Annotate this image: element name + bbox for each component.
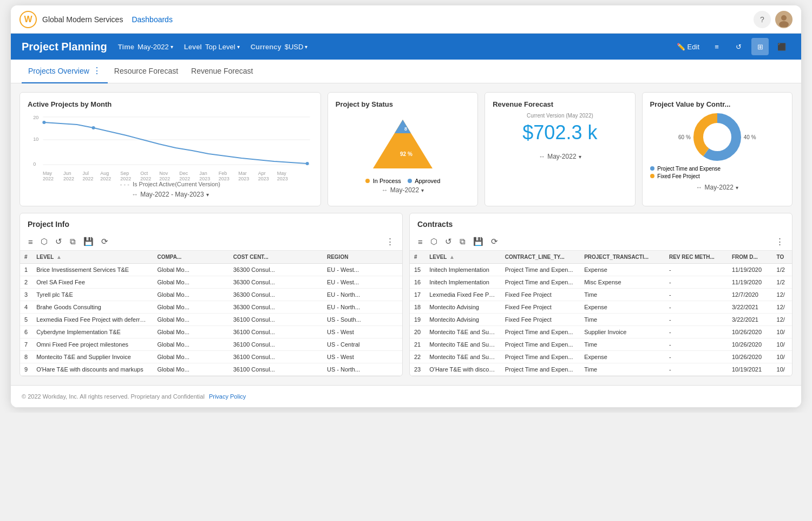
col-cost-center[interactable]: COST CENT... <box>229 251 323 264</box>
table-row[interactable]: 9O'Hare T&E with discounts and markupsGl… <box>20 363 402 376</box>
copy-toolbar-icon[interactable]: ⧉ <box>68 235 77 248</box>
copy-contracts-icon[interactable]: ⧉ <box>458 235 467 248</box>
refresh-toolbar-icon[interactable]: ↺ <box>54 235 64 248</box>
filter-contracts-icon[interactable]: ≡ <box>416 236 424 248</box>
tab-projects-overview[interactable]: Projects Overview ⋮ <box>22 60 108 83</box>
svg-point-1 <box>781 15 787 21</box>
save-toolbar-icon[interactable]: 💾 <box>82 235 95 248</box>
table-cell: 17 <box>410 289 425 301</box>
col-level-c[interactable]: LEVEL ▲ <box>425 251 500 264</box>
col-company[interactable]: COMPA... <box>153 251 229 264</box>
table-cell: 2 <box>20 276 32 289</box>
tab-options-icon[interactable]: ⋮ <box>93 66 101 76</box>
col-contract-type[interactable]: CONTRACT_LINE_TY... <box>501 251 580 264</box>
table-row[interactable]: 2Orel SA Fixed FeeGlobal Mo...36300 Cons… <box>20 276 402 289</box>
table-cell: Expense <box>580 301 665 314</box>
table-cell: 3/22/2021 <box>728 301 772 314</box>
table-row[interactable]: 18Montecito AdvisingFixed Fee ProjectExp… <box>410 301 792 314</box>
svg-point-9 <box>42 121 45 124</box>
grid-icon-btn[interactable]: ⊞ <box>751 38 769 55</box>
dashboards-link[interactable]: Dashboards <box>132 15 173 24</box>
svg-point-10 <box>92 126 95 129</box>
currency-value[interactable]: $USD ▾ <box>285 43 308 51</box>
legend-time-expense: Project Time and Expense <box>650 166 784 172</box>
tab-resource-forecast[interactable]: Resource Forecast <box>108 60 185 83</box>
table-row[interactable]: 7Omni Fixed Fee project milestonesGlobal… <box>20 338 402 351</box>
line-chart: 20 10 0 <box>28 113 313 178</box>
in-process-legend: In Process <box>365 178 401 184</box>
table-cell: 10/ <box>772 351 792 363</box>
table-row[interactable]: 21Montecito T&E and Supplier InvoiceProj… <box>410 338 792 351</box>
level-value[interactable]: Top Level ▾ <box>205 43 240 51</box>
table-row[interactable]: 6Cyberdyne Implementation T&EGlobal Mo..… <box>20 326 402 338</box>
tab-revenue-forecast[interactable]: Revenue Forecast <box>185 60 259 83</box>
x-label-9: Jan 2023 <box>199 171 219 181</box>
table-cell: Fixed Fee Project <box>501 301 580 314</box>
refresh-icon-btn[interactable]: ↺ <box>730 38 747 55</box>
table-cell: - <box>665 338 728 351</box>
active-projects-date-range[interactable]: ↔ May-2022 - May-2023 ▾ <box>28 191 313 198</box>
table-cell: O'Hare T&E with discounts and markups <box>32 363 153 376</box>
table-row[interactable]: 23O'Hare T&E with discounts and markupsP… <box>410 363 792 376</box>
col-to-date[interactable]: TO <box>772 251 792 264</box>
contracts-tbody: 15Initech ImplementationProject Time and… <box>410 264 792 376</box>
donut-chart <box>693 113 742 161</box>
revenue-date-range[interactable]: ↔ May-2022 ▾ <box>493 153 627 160</box>
table-row[interactable]: 5Lexmedia Fixed Fee Project with deferre… <box>20 314 402 326</box>
export-contracts-icon[interactable]: ⬡ <box>429 235 439 248</box>
time-value[interactable]: May-2022 ▾ <box>137 43 173 51</box>
col-region[interactable]: REGION <box>323 251 402 264</box>
footer-privacy-link[interactable]: Privacy Policy <box>209 393 246 400</box>
col-from-date[interactable]: FROM D... <box>728 251 772 264</box>
more-toolbar-icon[interactable]: ⋮ <box>384 235 396 248</box>
save-contracts-icon[interactable]: 💾 <box>472 235 485 248</box>
tab-projects-overview-label: Projects Overview <box>28 67 89 75</box>
status-legend: In Process Approved <box>365 178 441 184</box>
col-rev-rec[interactable]: REV REC METH... <box>665 251 728 264</box>
col-project-trans[interactable]: PROJECT_TRANSACTI... <box>580 251 665 264</box>
project-status-date-range[interactable]: ↔ May-2022 ▾ <box>336 186 470 194</box>
filter-icon-btn[interactable]: ≡ <box>708 38 725 55</box>
table-row[interactable]: 16Initech ImplementationProject Time and… <box>410 276 792 289</box>
user-avatar[interactable] <box>775 11 793 28</box>
refresh-contracts-icon[interactable]: ↺ <box>443 235 454 248</box>
table-cell: Time <box>580 314 665 326</box>
video-icon-btn[interactable]: ⬛ <box>773 38 790 55</box>
table-cell: Cyberdyne Implementation T&E <box>32 326 153 338</box>
revenue-forecast-title: Revenue Forecast <box>493 100 627 108</box>
project-info-toolbar: ≡ ⬡ ↺ ⧉ 💾 ⟳ ⋮ <box>20 233 402 251</box>
table-row[interactable]: 20Montecito T&E and Supplier InvoiceProj… <box>410 326 792 338</box>
project-value-date-range[interactable]: ↔ May-2022 ▾ <box>650 184 784 191</box>
table-cell: Project Time and Expen... <box>501 276 580 289</box>
status-chart: 8 % 92 % In Process Approved <box>336 113 470 184</box>
contracts-header: Contracts <box>410 213 792 233</box>
table-row[interactable]: 4Brahe Goods ConsultingGlobal Mo...36300… <box>20 301 402 314</box>
col-level[interactable]: LEVEL ▲ <box>32 251 153 264</box>
table-row[interactable]: 15Initech ImplementationProject Time and… <box>410 264 792 276</box>
table-cell: 8 <box>20 351 32 363</box>
table-cell: EU - West... <box>323 276 402 289</box>
more-contracts-icon[interactable]: ⋮ <box>774 235 785 248</box>
table-row[interactable]: 22Montecito T&E and Supplier InvoiceProj… <box>410 351 792 363</box>
contracts-card: Contracts ≡ ⬡ ↺ ⧉ 💾 ⟳ ⋮ # LEVEL ▲ <box>409 213 793 376</box>
table-cell: US - West <box>323 326 402 338</box>
table-cell: Montecito T&E and Supplier Invoice <box>425 351 500 363</box>
page-title: Project Planning <box>22 41 107 53</box>
table-row[interactable]: 8Montecito T&E and Supplier InvoiceGloba… <box>20 351 402 363</box>
table-cell: 36100 Consul... <box>229 338 323 351</box>
reload-contracts-icon[interactable]: ⟳ <box>489 235 500 248</box>
table-row[interactable]: 1Brice Investissement Services T&EGlobal… <box>20 264 402 276</box>
reload-toolbar-icon[interactable]: ⟳ <box>100 235 110 248</box>
table-cell: EU - North... <box>323 301 402 314</box>
filter-toolbar-icon[interactable]: ≡ <box>27 236 35 248</box>
active-projects-range-label: May-2022 - May-2023 <box>140 191 204 198</box>
table-row[interactable]: 19Montecito AdvisingFixed Fee ProjectTim… <box>410 314 792 326</box>
table-row[interactable]: 3Tyrell plc T&EGlobal Mo...36300 Consul.… <box>20 289 402 301</box>
table-cell: 21 <box>410 338 425 351</box>
table-cell: Time <box>580 363 665 376</box>
help-icon-btn[interactable]: ? <box>754 11 771 28</box>
export-toolbar-icon[interactable]: ⬡ <box>39 235 49 248</box>
table-row[interactable]: 17Lexmedia Fixed Fee Project with deferr… <box>410 289 792 301</box>
edit-button[interactable]: ✏️ Edit <box>672 41 704 53</box>
table-cell: 12/ <box>772 289 792 301</box>
